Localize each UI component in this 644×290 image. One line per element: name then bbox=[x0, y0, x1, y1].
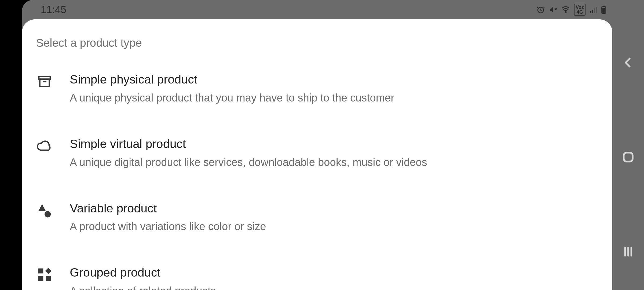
sheet-title: Select a product type bbox=[22, 37, 612, 49]
status-time: 11:45 bbox=[41, 4, 66, 16]
system-nav-bar bbox=[612, 0, 644, 290]
svg-point-1 bbox=[565, 12, 566, 13]
network-voz-4g-badge: Voz 4G bbox=[574, 4, 586, 16]
option-desc: A unique digital product like services, … bbox=[70, 156, 596, 169]
option-simple-virtual[interactable]: Simple virtual product A unique digital … bbox=[22, 129, 612, 176]
status-icons: Voz 4G bbox=[536, 4, 606, 16]
alarm-icon bbox=[536, 5, 545, 14]
option-simple-physical[interactable]: Simple physical product A unique physica… bbox=[22, 65, 612, 112]
option-desc: A collection of related products bbox=[70, 284, 596, 290]
svg-rect-4 bbox=[594, 8, 595, 13]
option-variable[interactable]: Variable product A product with variatio… bbox=[22, 194, 612, 241]
option-title: Simple physical product bbox=[70, 73, 596, 86]
volume-mute-icon bbox=[549, 5, 557, 14]
wifi-icon bbox=[561, 5, 570, 14]
nav-recents-button[interactable] bbox=[622, 245, 634, 258]
signal-icon bbox=[589, 6, 597, 14]
option-text: Simple virtual product A unique digital … bbox=[70, 137, 596, 169]
svg-rect-16 bbox=[38, 276, 43, 281]
svg-point-13 bbox=[45, 211, 51, 217]
option-title: Simple virtual product bbox=[70, 137, 596, 151]
svg-rect-14 bbox=[38, 269, 43, 274]
voz-bottom-label: 4G bbox=[576, 10, 584, 15]
svg-rect-2 bbox=[590, 11, 591, 13]
svg-marker-12 bbox=[38, 204, 46, 211]
svg-rect-17 bbox=[46, 276, 51, 281]
option-text: Grouped product A collection of related … bbox=[70, 266, 596, 290]
battery-icon bbox=[601, 6, 606, 14]
nav-home-button[interactable] bbox=[621, 150, 635, 164]
box-archive-icon bbox=[36, 73, 53, 90]
option-desc: A unique physical product that you may h… bbox=[70, 91, 596, 104]
option-text: Variable product A product with variatio… bbox=[70, 201, 596, 233]
device-frame: 11:45 Voz 4G bbox=[22, 0, 612, 290]
svg-rect-10 bbox=[40, 79, 49, 87]
svg-rect-18 bbox=[624, 153, 632, 161]
product-type-list: Simple physical product A unique physica… bbox=[22, 65, 612, 290]
option-desc: A product with variations like color or … bbox=[70, 220, 596, 233]
svg-rect-8 bbox=[602, 8, 605, 13]
status-bar: 11:45 Voz 4G bbox=[22, 0, 612, 19]
option-title: Grouped product bbox=[70, 266, 596, 280]
svg-marker-15 bbox=[45, 268, 51, 274]
product-type-sheet: Select a product type Simple physical pr… bbox=[22, 19, 612, 290]
shapes-icon bbox=[36, 202, 53, 219]
option-text: Simple physical product A unique physica… bbox=[70, 73, 596, 104]
widgets-icon bbox=[36, 266, 53, 283]
svg-rect-3 bbox=[592, 10, 593, 13]
option-title: Variable product bbox=[70, 201, 596, 215]
cloud-icon bbox=[36, 137, 53, 155]
voz-top-label: Voz bbox=[576, 5, 584, 10]
option-grouped[interactable]: Grouped product A collection of related … bbox=[22, 258, 612, 290]
svg-rect-5 bbox=[596, 7, 597, 13]
nav-back-button[interactable] bbox=[622, 56, 634, 69]
